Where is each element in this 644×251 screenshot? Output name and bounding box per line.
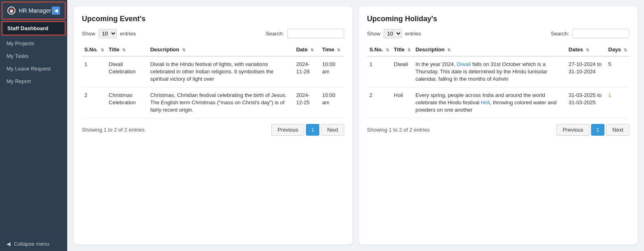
holidays-card-title: Upcoming Holiday's: [367, 15, 629, 23]
events-cell-title: Christmas Celebration: [106, 87, 148, 118]
events-page-1-button[interactable]: 1: [306, 124, 319, 136]
sidebar-header[interactable]: ⏰ HR Manager ◀: [2, 2, 66, 20]
events-controls: Show 10 25 50 entries Search:: [82, 29, 344, 38]
events-cell-time: 10:00 am: [320, 87, 344, 118]
holidays-cell-dates: 27-10-2024 to 31-10-2024: [566, 56, 606, 87]
events-search-input[interactable]: [287, 29, 344, 38]
events-prev-button[interactable]: Previous: [271, 124, 304, 136]
sidebar-item-myprojects[interactable]: My Projects: [0, 37, 67, 50]
events-cell-sno: 2: [82, 87, 106, 118]
sidebar-item-myreport[interactable]: My Report: [0, 75, 67, 88]
holiday-desc-text: In the year 2024,: [415, 61, 457, 67]
events-col-date: Date ⇅: [294, 43, 320, 56]
holidays-col-days: Days ⇅: [606, 43, 629, 56]
events-col-time: Time ⇅: [320, 43, 344, 56]
holidays-col-sno: S.No. ⇅: [367, 43, 391, 56]
holidays-cell-description: Every spring, people across India and ar…: [413, 87, 566, 118]
holidays-show-select[interactable]: 10 25 50: [384, 29, 402, 38]
arrow-icon: ◀: [52, 7, 60, 15]
events-cell-date: 2024-12-25: [294, 87, 320, 118]
holidays-pagination: Showing 1 to 2 of 2 entries Previous 1 N…: [367, 124, 629, 136]
events-showing-text: Showing 1 to 2 of 2 entries: [82, 127, 271, 133]
holidays-entries-label: entries: [405, 31, 421, 37]
holidays-cell-dates: 31-03-2025 to 31-03-2025: [566, 87, 606, 118]
holidays-search-label: Search:: [551, 31, 569, 37]
collapse-menu-button[interactable]: ◀ Collapse menu: [0, 236, 67, 251]
events-cell-title: Diwali Celebration: [106, 56, 148, 87]
holidays-cell-days: 5: [606, 56, 629, 87]
holidays-cell-description: In the year 2024, Diwali falls on 31st O…: [413, 56, 566, 87]
holidays-next-button[interactable]: Next: [606, 124, 629, 136]
events-col-title: Title ⇅: [106, 43, 148, 56]
events-col-sno: S.No. ⇅: [82, 43, 106, 56]
holidays-card: Upcoming Holiday's Show 10 25 50 entries…: [359, 7, 637, 244]
events-card-title: Upcoming Event's: [82, 15, 344, 23]
table-row: 1 Diwali In the year 2024, Diwali falls …: [367, 56, 629, 87]
events-show-label: Show: [82, 31, 95, 37]
sidebar-item-dashboard[interactable]: Staff Dashboard: [2, 21, 66, 35]
events-cell-time: 10:00 am: [320, 56, 344, 87]
holidays-pagination-buttons: Previous 1 Next: [556, 124, 629, 136]
holidays-cell-sno: 1: [367, 56, 391, 87]
sidebar: ⏰ HR Manager ◀ Staff Dashboard My Projec…: [0, 0, 67, 251]
holidays-controls: Show 10 25 50 entries Search:: [367, 29, 629, 38]
holidays-cell-days: 1: [606, 87, 629, 118]
holidays-showing-text: Showing 1 to 2 of 2 entries: [367, 127, 556, 133]
collapse-arrow-icon: ◀: [7, 241, 11, 247]
events-cell-sno: 1: [82, 56, 106, 87]
holidays-col-description: Description ⇅: [413, 43, 566, 56]
sidebar-item-mytasks[interactable]: My Tasks: [0, 50, 67, 62]
holidays-show-label: Show: [367, 31, 380, 37]
app-title: HR Manager: [19, 7, 51, 14]
holidays-col-dates: Dates ⇅: [566, 43, 606, 56]
holidays-prev-button[interactable]: Previous: [556, 124, 589, 136]
events-card: Upcoming Event's Show 10 25 50 entries S…: [74, 7, 352, 244]
events-cell-description: Christmas, Christian festival celebratin…: [148, 87, 294, 118]
holidays-cell-title: Diwali: [391, 56, 413, 87]
table-row: 2 Christmas Celebration Christmas, Chris…: [82, 87, 344, 118]
events-next-button[interactable]: Next: [321, 124, 344, 136]
sidebar-item-myleave[interactable]: My Leave Request: [0, 62, 67, 75]
main-content: Upcoming Event's Show 10 25 50 entries S…: [67, 0, 644, 251]
table-row: 1 Diwali Celebration Diwali is the Hindu…: [82, 56, 344, 87]
holiday-desc-link: Holi: [481, 99, 490, 106]
events-cell-description: Diwali is the Hindu festival of lights, …: [148, 56, 294, 87]
events-search-label: Search:: [266, 31, 284, 37]
holidays-cell-sno: 2: [367, 87, 391, 118]
holidays-col-title: Title ⇅: [391, 43, 413, 56]
clock-icon: ⏰: [7, 7, 15, 15]
events-col-description: Description ⇅: [148, 43, 294, 56]
holidays-page-1-button[interactable]: 1: [591, 124, 604, 136]
holidays-cell-title: Holi: [391, 87, 413, 118]
events-pagination-buttons: Previous 1 Next: [271, 124, 344, 136]
events-show-select[interactable]: 10 25 50: [99, 29, 117, 38]
holidays-search-input[interactable]: [572, 29, 629, 38]
events-entries-label: entries: [120, 31, 136, 37]
holiday-desc-link: Diwali: [457, 61, 471, 67]
table-row: 2 Holi Every spring, people across India…: [367, 87, 629, 118]
events-table: S.No. ⇅ Title ⇅ Description ⇅ Date ⇅ Tim…: [82, 43, 344, 118]
events-pagination: Showing 1 to 2 of 2 entries Previous 1 N…: [82, 124, 344, 136]
events-cell-date: 2024-11-28: [294, 56, 320, 87]
holidays-table: S.No. ⇅ Title ⇅ Description ⇅ Dates ⇅ Da…: [367, 43, 629, 118]
